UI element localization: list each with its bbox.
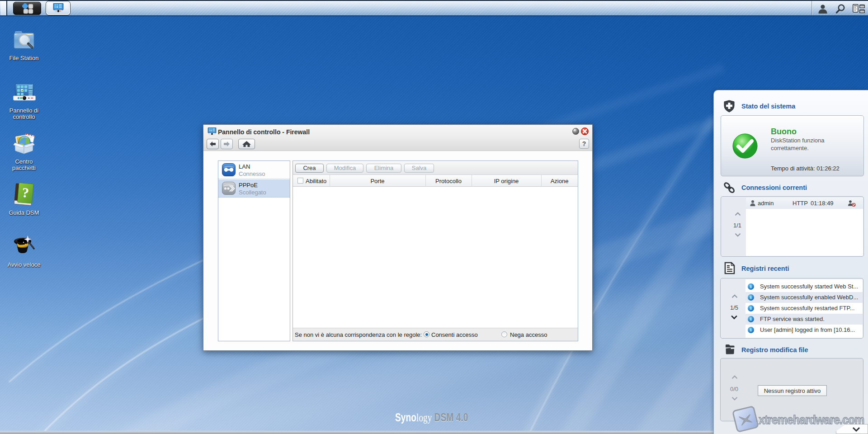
svg-text:?: ?: [21, 185, 29, 200]
